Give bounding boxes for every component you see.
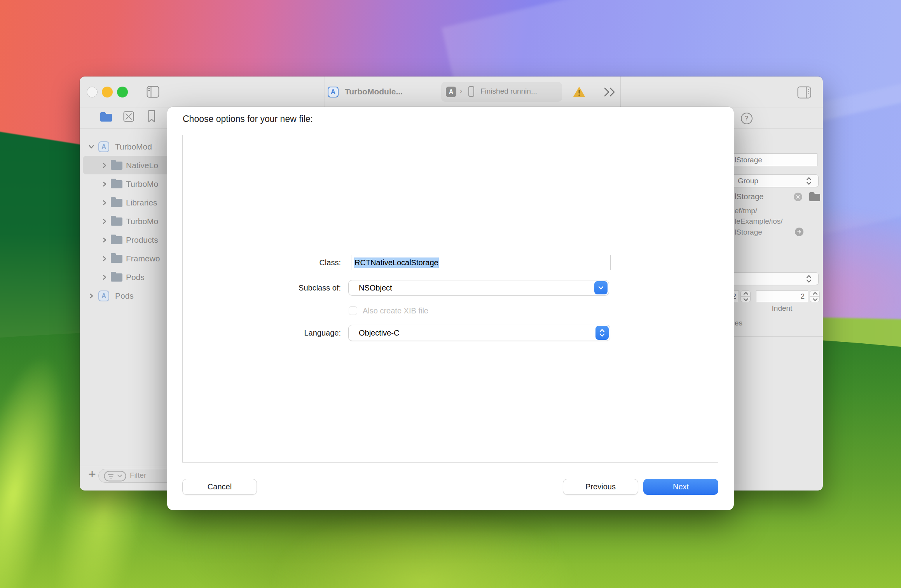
- folder-icon: [111, 217, 122, 226]
- minimize-button[interactable]: [102, 87, 113, 97]
- folder-icon: [111, 180, 122, 188]
- status-text: Finished runnin...: [480, 87, 537, 96]
- sidebar-item-label: TurboMo: [126, 179, 158, 189]
- language-label: Language:: [255, 329, 341, 337]
- warning-icon[interactable]: [573, 85, 586, 98]
- toggle-left-sidebar-icon[interactable]: [147, 86, 159, 98]
- chevron-right-icon[interactable]: [101, 181, 108, 188]
- up-down-chevrons-icon: [599, 328, 605, 337]
- sidebar-item-label: TurboMo: [126, 217, 158, 226]
- next-button[interactable]: Next: [643, 479, 718, 495]
- folder-icon: [111, 162, 122, 170]
- file-name-value: lStorage: [735, 156, 762, 164]
- class-input[interactable]: RCTNativeLocalStorage: [351, 255, 611, 270]
- dialog-content-panel: [182, 135, 718, 463]
- indent-width-stepper[interactable]: [810, 291, 820, 302]
- sidebar-item-label: TurboMod: [115, 142, 152, 151]
- xib-checkbox[interactable]: [349, 306, 357, 315]
- choose-folder-icon[interactable]: [809, 191, 821, 202]
- bookmark-icon[interactable]: [148, 110, 155, 123]
- subclass-value: NSObject: [359, 284, 392, 292]
- language-value: Objective-C: [359, 329, 399, 337]
- folder-icon: [111, 273, 122, 282]
- add-button[interactable]: +: [86, 466, 98, 484]
- device-phone-icon: [468, 86, 474, 97]
- filter-icon: [104, 471, 126, 482]
- toggle-right-inspector-icon[interactable]: [797, 86, 811, 99]
- folder-icon: [111, 255, 122, 263]
- double-chevron-right-icon[interactable]: [602, 87, 617, 97]
- combo-chevron-button[interactable]: [594, 281, 608, 294]
- scheme-app-icon: A: [446, 87, 456, 97]
- sidebar-item-label: Libraries: [126, 198, 157, 207]
- class-label: Class:: [255, 258, 341, 267]
- sidebar-item-label: NativeLo: [126, 161, 158, 170]
- location-value: Group: [738, 177, 758, 185]
- wrap-lines-label-fragment: es: [735, 319, 742, 327]
- indent-width-field[interactable]: 2: [756, 291, 808, 302]
- file-path-line: ef/tmp/: [735, 207, 757, 215]
- indent-width-value: 2: [800, 292, 805, 301]
- chevron-right-icon[interactable]: [101, 255, 108, 262]
- clear-icon[interactable]: [794, 193, 802, 201]
- desktop: A TurboModule... A › Finished runnin...: [0, 0, 901, 588]
- chevron-down-icon[interactable]: [88, 143, 95, 150]
- subclass-combo[interactable]: NSObject: [348, 280, 609, 296]
- file-reference-name: lStorage: [735, 192, 764, 201]
- sidebar-item-label: Products: [126, 235, 158, 245]
- popup-chevrons-icon: [806, 274, 812, 284]
- chevron-right-icon[interactable]: [101, 218, 108, 225]
- class-input-value: RCTNativeLocalStorage: [354, 257, 439, 268]
- toolbar-divider: [620, 77, 621, 108]
- project-file-icon: A: [98, 291, 109, 301]
- sidebar-item-label: Pods: [115, 291, 134, 301]
- chevron-down-icon: [598, 286, 604, 290]
- close-button[interactable]: [87, 87, 98, 97]
- popup-chevrons-icon: [806, 176, 812, 186]
- xib-checkbox-label: Also create XIB file: [363, 306, 428, 315]
- subclass-label: Subclass of:: [255, 284, 341, 292]
- popup-stepper-button[interactable]: [595, 326, 609, 340]
- previous-button[interactable]: Previous: [563, 479, 638, 495]
- folder-icon: [111, 199, 122, 207]
- toolbar-divider: [325, 77, 325, 108]
- x-square-icon[interactable]: [123, 111, 134, 122]
- folder-icon: [111, 236, 122, 244]
- window-title: TurboModule...: [345, 87, 403, 96]
- xcode-project-icon: A: [328, 87, 339, 97]
- breadcrumb-separator: ›: [460, 87, 462, 95]
- activity-status-pill[interactable]: A › Finished runnin...: [441, 82, 562, 102]
- reveal-arrow-icon[interactable]: [795, 228, 803, 236]
- filter-placeholder: Filter: [130, 471, 146, 480]
- chevron-right-icon[interactable]: [101, 199, 108, 206]
- sidebar-item-label: Framewo: [126, 254, 160, 263]
- new-file-options-dialog: Choose options for your new file: Class:…: [167, 107, 734, 510]
- chevron-right-icon[interactable]: [101, 274, 108, 281]
- language-popup[interactable]: Objective-C: [348, 325, 610, 341]
- file-path-line: leExample/ios/: [735, 217, 783, 226]
- project-navigator-folder-icon[interactable]: [100, 111, 112, 122]
- chevron-right-icon[interactable]: [101, 162, 108, 169]
- indent-label: Indent: [756, 304, 808, 313]
- dialog-title: Choose options for your new file:: [183, 114, 313, 124]
- tab-width-stepper[interactable]: [740, 291, 751, 302]
- file-path-line: lStorage: [735, 228, 762, 237]
- help-icon[interactable]: ?: [741, 113, 753, 124]
- chevron-right-icon[interactable]: [101, 237, 108, 244]
- zoom-button[interactable]: [117, 87, 128, 97]
- project-file-icon: A: [98, 141, 109, 152]
- sidebar-item-label: Pods: [126, 273, 145, 282]
- chevron-right-icon[interactable]: [88, 292, 95, 299]
- cancel-button[interactable]: Cancel: [182, 479, 257, 495]
